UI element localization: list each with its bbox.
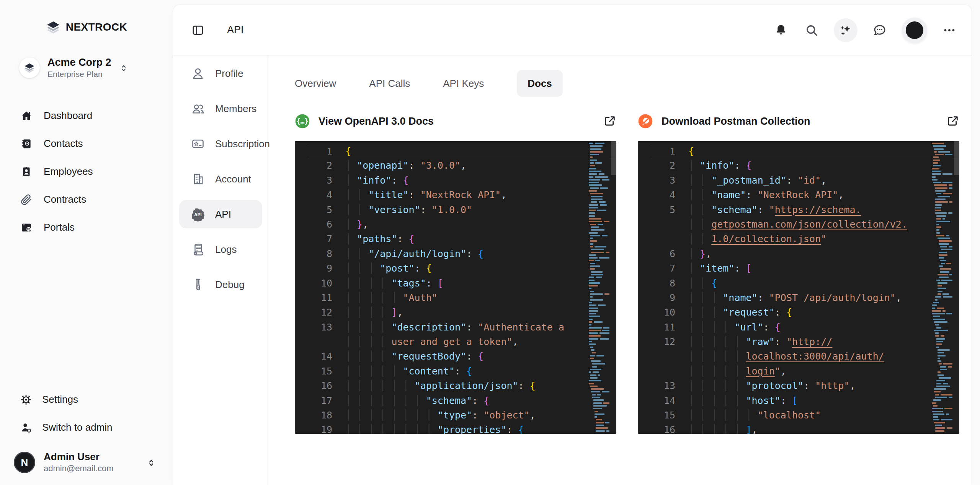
- sidebar-item-settings[interactable]: Settings: [0, 386, 173, 413]
- code-line: 1{: [652, 144, 959, 158]
- api-badge-icon: API: [191, 207, 205, 221]
- tab-api-calls[interactable]: API Calls: [369, 78, 410, 90]
- sidebar-item-switch-to-admin[interactable]: Switch to admin: [0, 413, 173, 441]
- code-text: {: [332, 144, 351, 158]
- code-token: │ │: [688, 219, 711, 230]
- subnav-item-profile[interactable]: Profile: [179, 59, 262, 88]
- code-token: │ │ │ │ │: [688, 366, 746, 377]
- line-number: 6: [309, 217, 332, 232]
- sidebar-item-dashboard[interactable]: Dashboard: [0, 102, 173, 130]
- code-token: │: [345, 175, 357, 186]
- external-link-icon[interactable]: [603, 115, 616, 128]
- code-token: │ │ │ │ │: [688, 380, 746, 391]
- sidebar-item-label: Portals: [44, 221, 75, 233]
- notifications-bell-icon[interactable]: [773, 22, 789, 39]
- code-token: "post": [380, 263, 414, 274]
- profile-avatar-button[interactable]: [902, 18, 927, 43]
- sidebar-item-contracts[interactable]: Contracts: [0, 186, 173, 213]
- subnav-item-subscription[interactable]: Subscription: [179, 130, 262, 158]
- line-number: 7: [309, 232, 332, 246]
- code-line: 2│ "openapi": "3.0.0",: [309, 158, 616, 173]
- code-text: │ │ │ │ │ "content": {: [332, 364, 472, 379]
- ai-sparkles-button[interactable]: [834, 18, 858, 42]
- line-number: 15: [309, 364, 332, 379]
- sidebar-item-label: Dashboard: [44, 110, 92, 122]
- editor-scrollbar[interactable]: [611, 141, 616, 434]
- code-token: :: [466, 322, 478, 333]
- external-link-icon[interactable]: [946, 115, 959, 128]
- code-line: 16│ │ │ │ │ │ "application/json": {: [309, 379, 616, 393]
- code-text: │ │ │ │ │ "protocol": "http",: [675, 379, 856, 393]
- code-text: │ "info": {: [675, 158, 752, 173]
- code-line: 12│ │ │ │ │ "raw": "http://: [652, 335, 959, 349]
- subnav-item-api[interactable]: APIAPI: [179, 200, 262, 228]
- code-token: ]: [391, 307, 397, 318]
- code-token: │ │: [345, 248, 368, 259]
- code-token: ,: [706, 248, 711, 259]
- tab-overview[interactable]: Overview: [295, 78, 336, 90]
- subnav-item-debug[interactable]: Debug: [179, 270, 262, 299]
- line-number: [652, 217, 675, 232]
- postman-icon: [638, 114, 653, 129]
- docs-grid: {…} View OpenAPI 3.0 Docs 1{2│ "openapi"…: [295, 114, 959, 434]
- code-token: "requestBody": [391, 351, 466, 362]
- subnav-item-label: Debug: [215, 279, 245, 291]
- subnav-item-logs[interactable]: Logs: [179, 235, 262, 264]
- tab-api-keys[interactable]: API Keys: [443, 78, 484, 90]
- code-token: http://: [792, 336, 832, 347]
- code-token: :: [763, 322, 775, 333]
- code-token: {: [403, 175, 409, 186]
- user-menu[interactable]: N Admin User admin@email.com: [14, 451, 173, 474]
- account-icon: [191, 172, 205, 186]
- code-token: │ │ │ │ │: [688, 336, 746, 347]
- line-number: 13: [309, 320, 332, 335]
- code-token: :: [472, 395, 483, 406]
- sidebar-toggle-button[interactable]: [190, 23, 206, 38]
- code-token: "version": [368, 204, 420, 215]
- code-token: "properties": [438, 424, 507, 434]
- code-text: │ │ 1.0/collection.json": [675, 232, 826, 246]
- code-text: │ │ │ │ │ "raw": "http://: [675, 335, 832, 349]
- search-icon[interactable]: [803, 22, 820, 39]
- code-token: {: [426, 263, 432, 274]
- sidebar-item-contacts[interactable]: Contacts: [0, 130, 173, 158]
- code-text: │ },: [675, 247, 711, 261]
- chat-icon[interactable]: [871, 22, 888, 39]
- code-token: │ │ │ │ │ │ │ │: [345, 424, 438, 434]
- code-text: │ │ │ │ │ │ │ "schema": {: [332, 394, 489, 408]
- more-options-ellipsis-icon[interactable]: [941, 22, 958, 39]
- line-number: 13: [652, 379, 675, 393]
- code-line: 9│ │ │ "name": "POST /api/auth/login",: [652, 291, 959, 305]
- subnav-item-account[interactable]: Account: [179, 165, 262, 193]
- sidebar-item-label: Contracts: [44, 194, 86, 205]
- code-token: {: [746, 160, 752, 171]
- code-token: 1.0/collection.json: [711, 233, 821, 244]
- brand-logo: NEXTROCK: [46, 20, 127, 34]
- tab-docs[interactable]: Docs: [517, 70, 563, 97]
- code-token: :: [775, 336, 786, 347]
- editor-scrollbar[interactable]: [954, 141, 959, 434]
- code-line: 16│ │ │ │ │ ],: [652, 423, 959, 434]
- code-token: {: [409, 233, 415, 244]
- code-line: 10│ │ │ "request": {: [652, 305, 959, 320]
- code-text: │ │ "/api/auth/login": {: [332, 247, 483, 261]
- code-text: │ │ │ │ │ "Auth": [332, 291, 438, 305]
- openapi-code-editor[interactable]: 1{2│ "openapi": "3.0.0",3│ "info": {4│ │…: [295, 141, 616, 434]
- code-text: │ │ │ │ │ "host": [: [675, 394, 798, 408]
- code-token: ,: [363, 219, 368, 230]
- code-token: "id": [798, 175, 821, 186]
- postman-code-editor[interactable]: 1{2│ "info": {3│ │ "_postman_id": "id",4…: [638, 141, 959, 434]
- line-number: 1: [309, 144, 332, 158]
- org-switcher[interactable]: Acme Corp 2 Enterprise Plan: [19, 57, 173, 79]
- sidebar-item-portals[interactable]: Portals: [0, 213, 173, 241]
- svg-text:API: API: [194, 212, 202, 217]
- code-token: │ │ │ │: [345, 351, 391, 362]
- sparkles-icon: [839, 23, 853, 37]
- code-token: [: [438, 278, 443, 289]
- code-token: ": [769, 204, 775, 215]
- code-line: 11│ │ │ │ │ "Auth": [309, 291, 616, 305]
- org-plan: Enterprise Plan: [47, 70, 111, 79]
- sidebar-item-employees[interactable]: Employees: [0, 158, 173, 186]
- subnav-item-members[interactable]: Members: [179, 94, 262, 123]
- code-text: │ │ "version": "1.0.0": [332, 203, 472, 217]
